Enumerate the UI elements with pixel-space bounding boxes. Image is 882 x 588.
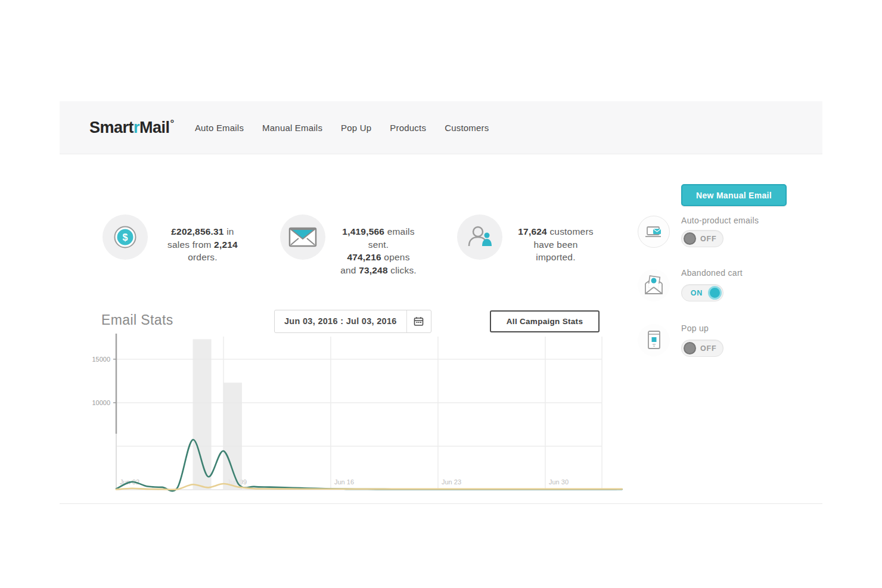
brand-logo[interactable]: SmartrMail°	[89, 118, 174, 137]
toggle-knob	[684, 342, 696, 354]
toggle-state-label: OFF	[700, 344, 716, 353]
abandoned-cart-label: Abandoned cart	[681, 268, 743, 278]
customers-icon	[457, 214, 502, 260]
envelope-icon	[280, 214, 325, 260]
logo-text-suffix: Mail	[139, 119, 170, 136]
customers-stat-circle	[457, 214, 502, 260]
emails-stat-circle	[280, 214, 325, 260]
page-bottom-divider	[60, 503, 822, 504]
sales-amount: £202,856.31	[171, 226, 223, 237]
toggle-knob	[684, 232, 696, 245]
nav-item-manual-emails[interactable]: Manual Emails	[262, 123, 322, 133]
top-navbar: SmartrMail° Auto Emails Manual Emails Po…	[60, 101, 822, 154]
abandoned-cart-toggle[interactable]: ON	[681, 284, 723, 301]
new-manual-email-button[interactable]: New Manual Email	[681, 184, 787, 206]
opens-count: 474,216	[347, 252, 381, 262]
clicks-count: 73,248	[359, 265, 388, 275]
customers-stat-text: 17,624 customers have been imported.	[504, 225, 608, 264]
svg-text:Jun 30: Jun 30	[549, 478, 569, 486]
dollar-icon: $	[103, 214, 148, 260]
main-menu: Auto Emails Manual Emails Pop Up Product…	[195, 123, 489, 133]
abandoned-cart-icon	[638, 269, 670, 301]
nav-item-customers[interactable]: Customers	[445, 123, 489, 133]
logo-degree-mark: °	[170, 118, 174, 129]
toggle-knob	[708, 286, 722, 300]
nav-item-auto-emails[interactable]: Auto Emails	[195, 123, 244, 133]
sales-stat-circle: $	[103, 214, 148, 260]
auto-product-emails-label: Auto-product emails	[681, 216, 759, 225]
all-campaign-stats-button[interactable]: All Campaign Stats	[490, 310, 600, 332]
svg-text:$: $	[123, 232, 128, 242]
emails-stat-text: 1,419,566 emails sent. 474,216 opens and…	[325, 225, 432, 276]
toggle-state-label: ON	[691, 289, 703, 297]
svg-text:10000: 10000	[92, 399, 110, 406]
logo-accent-letter: r	[133, 119, 139, 136]
customers-count: 17,624	[518, 226, 547, 237]
email-stats-title: Email Stats	[101, 312, 173, 328]
svg-text:Jun 16: Jun 16	[334, 478, 354, 486]
nav-item-products[interactable]: Products	[390, 123, 426, 133]
email-stats-chart: Jun 02Jun 09Jun 16Jun 23Jun 301500010000	[77, 332, 632, 502]
pop-up-toggle[interactable]: OFF	[681, 340, 723, 357]
calendar-icon[interactable]	[406, 310, 431, 332]
popup-icon	[638, 324, 670, 356]
svg-text:Jun 23: Jun 23	[442, 478, 461, 486]
orders-count: 2,214	[214, 239, 238, 250]
pop-up-label: Pop up	[681, 323, 709, 333]
nav-item-pop-up[interactable]: Pop Up	[341, 123, 371, 133]
logo-text: Smart	[89, 119, 133, 136]
laptop-email-icon	[638, 216, 670, 248]
date-range-value: Jun 03, 2016 : Jul 03, 2016	[275, 310, 406, 332]
sales-stat-text: £202,856.31 in sales from 2,214 orders.	[146, 225, 259, 264]
svg-text:15000: 15000	[92, 356, 110, 363]
emails-sent-count: 1,419,566	[342, 226, 384, 237]
app-canvas: SmartrMail° Auto Emails Manual Emails Po…	[0, 0, 882, 588]
date-range-picker[interactable]: Jun 03, 2016 : Jul 03, 2016	[274, 310, 431, 333]
toggle-state-label: OFF	[700, 235, 716, 243]
auto-product-emails-toggle[interactable]: OFF	[681, 230, 723, 247]
